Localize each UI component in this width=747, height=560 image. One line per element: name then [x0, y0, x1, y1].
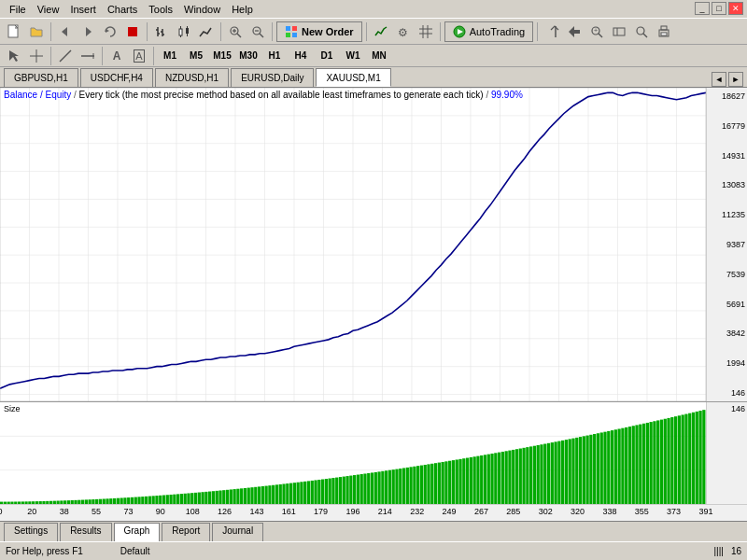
x-axis-labels: 0203855739010812614316117919621423224926…: [0, 505, 706, 521]
x-label-19: 338: [602, 507, 616, 516]
menu-tools[interactable]: Tools: [143, 2, 178, 17]
status-indicator: ||||: [713, 546, 723, 556]
price-label-9: 1994: [709, 358, 745, 368]
tf-mn-button[interactable]: MN: [367, 48, 391, 64]
zoom-max-button[interactable]: +: [586, 21, 607, 42]
tf-h4-button[interactable]: H4: [289, 48, 313, 64]
svg-rect-40: [613, 28, 625, 35]
menu-help[interactable]: Help: [226, 2, 259, 17]
svg-rect-24: [286, 26, 290, 31]
zoom-out-button[interactable]: [247, 21, 268, 42]
svg-marker-3: [106, 29, 109, 33]
nav-forward-button[interactable]: [78, 21, 98, 42]
text-tool-button[interactable]: A: [106, 46, 127, 66]
separator-t3: [153, 47, 154, 65]
tab-report[interactable]: Report: [162, 523, 210, 541]
new-file-button[interactable]: [4, 21, 24, 42]
tab-journal[interactable]: Journal: [212, 523, 263, 541]
x-label-10: 179: [314, 507, 328, 516]
tf-m30-button[interactable]: M30: [236, 48, 261, 64]
status-mode: Default: [120, 546, 150, 556]
settings2-button[interactable]: ⚙: [393, 21, 414, 42]
price-label-2: 14931: [709, 151, 745, 161]
grid-button[interactable]: [416, 21, 436, 42]
tab-eurusd[interactable]: EURUSD,Daily: [231, 68, 314, 87]
tab-nzdusd[interactable]: NZDUSD,H1: [155, 68, 229, 87]
tf-w1-button[interactable]: W1: [341, 48, 365, 64]
price-label-4: 11235: [709, 210, 745, 219]
volume-canvas[interactable]: Size /* bars generated below */: [0, 402, 706, 504]
bar-chart-button[interactable]: [151, 21, 172, 42]
tab-gbpusd[interactable]: GBPUSD,H1: [4, 68, 78, 87]
line-tool-button[interactable]: [55, 46, 76, 66]
zoom-chart-button[interactable]: [609, 21, 629, 42]
price-label-0: 18627: [709, 91, 745, 101]
chart-canvas[interactable]: Balance / Equity / Every tick (the most …: [0, 88, 706, 401]
price-label-5: 9387: [709, 240, 745, 249]
bottom-tabs: Settings Results Graph Report Journal: [0, 521, 747, 541]
price-label-1: 16779: [709, 121, 745, 131]
zoom-in-button[interactable]: [225, 21, 246, 42]
open-file-button[interactable]: [26, 21, 47, 42]
minimize-button[interactable]: _: [695, 2, 710, 15]
candle-chart-button[interactable]: [174, 21, 194, 42]
tab-xauusd[interactable]: XAUUSD,M1: [316, 68, 390, 87]
x-label-21: 373: [667, 507, 681, 516]
separator-7: [537, 22, 538, 41]
status-right: |||| 16: [713, 546, 741, 556]
tab-usdchf[interactable]: USDCHF,H4: [80, 68, 153, 87]
menu-charts[interactable]: Charts: [102, 2, 143, 17]
nav-back-button[interactable]: [55, 21, 76, 42]
crosshair-button[interactable]: [26, 46, 47, 66]
volume-chart-svg: /* bars generated below */: [0, 402, 706, 504]
search-button[interactable]: [631, 21, 652, 42]
x-label-18: 320: [571, 507, 585, 516]
text2-tool-button[interactable]: A: [129, 46, 149, 66]
price-axis: 18627 16779 14931 13083 11235 9387 7539 …: [706, 88, 747, 401]
menu-insert[interactable]: Insert: [64, 2, 102, 17]
svg-line-22: [260, 34, 263, 37]
maximize-button[interactable]: □: [712, 2, 726, 15]
separator-2: [147, 22, 148, 41]
tf-h1-button[interactable]: H1: [262, 48, 287, 64]
separator-1: [50, 22, 51, 41]
svg-text:⚙: ⚙: [398, 26, 408, 39]
line-chart-button[interactable]: [196, 21, 217, 42]
stop-button[interactable]: [122, 21, 143, 42]
tab-next-button[interactable]: ►: [728, 72, 743, 87]
tf-m5-button[interactable]: M5: [184, 48, 208, 64]
tab-graph[interactable]: Graph: [114, 523, 161, 541]
x-label-2: 38: [60, 507, 69, 516]
svg-marker-36: [569, 26, 580, 37]
menu-window[interactable]: Window: [178, 2, 226, 17]
new-order-button[interactable]: New Order: [276, 21, 362, 42]
price-chart-region[interactable]: Balance / Equity / Every tick (the most …: [0, 88, 747, 401]
cursor-tool-button[interactable]: [4, 46, 24, 66]
refresh-button[interactable]: [100, 21, 120, 42]
tf-m15-button[interactable]: M15: [210, 48, 234, 64]
volume-chart-region[interactable]: Size /* bars generated below */: [0, 401, 747, 504]
x-label-15: 267: [474, 507, 488, 516]
tf-m1-button[interactable]: M1: [158, 48, 182, 64]
svg-rect-45: [661, 26, 667, 30]
x-label-17: 302: [539, 507, 553, 516]
x-label-1: 20: [27, 507, 36, 516]
indicator-button[interactable]: [371, 21, 391, 42]
x-label-6: 108: [186, 507, 200, 516]
svg-marker-2: [86, 27, 92, 36]
auto-trading-button[interactable]: AutoTrading: [444, 21, 534, 42]
menu-file[interactable]: File: [4, 2, 32, 17]
tab-results[interactable]: Results: [60, 523, 111, 541]
tf-d1-button[interactable]: D1: [315, 48, 339, 64]
hline-tool-button[interactable]: [78, 46, 98, 66]
tab-settings[interactable]: Settings: [4, 523, 58, 541]
tab-prev-button[interactable]: ◄: [712, 72, 726, 87]
chart-shift-button[interactable]: [542, 21, 562, 42]
separator-4: [272, 22, 273, 41]
chart-description: Every tick (the most precise method base…: [79, 90, 484, 100]
autoscroll-button[interactable]: [564, 21, 585, 42]
menu-view[interactable]: View: [32, 2, 65, 17]
svg-rect-11: [179, 29, 182, 35]
print-button[interactable]: [654, 21, 674, 42]
close-button[interactable]: ✕: [728, 2, 743, 15]
